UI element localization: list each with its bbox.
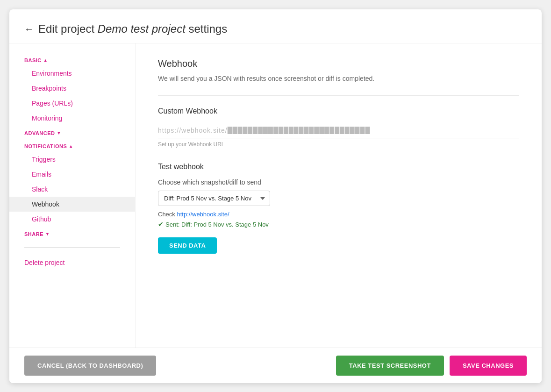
cancel-button[interactable]: CANCEL (BACK TO DASHBOARD) bbox=[24, 356, 156, 376]
sidebar-section-notifications-label: NOTIFICATIONS bbox=[24, 143, 67, 149]
test-webhook-title: Test webhook bbox=[158, 163, 519, 171]
checkmark-icon: ✔ bbox=[158, 221, 164, 228]
footer-right: TAKE TEST SCREENSHOT SAVE CHANGES bbox=[336, 356, 527, 376]
page-title-italic: Demo test project bbox=[98, 22, 186, 35]
sidebar-section-basic[interactable]: BASIC ▲ bbox=[9, 53, 135, 66]
webhook-description: We will send you a JSON with results onc… bbox=[158, 75, 519, 82]
save-changes-button[interactable]: SAVE CHANGES bbox=[450, 356, 527, 376]
page-header: ← Edit project Demo test project setting… bbox=[9, 9, 542, 43]
sidebar-section-share[interactable]: SHARE ▼ bbox=[9, 227, 135, 240]
sidebar-item-emails[interactable]: Emails bbox=[9, 167, 135, 182]
check-prefix-text: Check bbox=[158, 211, 175, 218]
sidebar-section-advanced[interactable]: ADVANCED ▼ bbox=[9, 126, 135, 139]
success-message-text: Sent: Diff: Prod 5 Nov vs. Stage 5 Nov bbox=[165, 221, 269, 228]
sidebar-item-breakpoints[interactable]: Breakpoints bbox=[9, 81, 135, 96]
page-title: Edit project Demo test project settings bbox=[38, 22, 227, 36]
check-link-row: Check http://webhook.site/ bbox=[158, 211, 519, 218]
sidebar-item-environments[interactable]: Environments bbox=[9, 66, 135, 81]
footer-left: CANCEL (BACK TO DASHBOARD) bbox=[24, 356, 156, 376]
content-area: Webhook We will send you a JSON with res… bbox=[136, 43, 542, 348]
send-data-button[interactable]: SEND DATA bbox=[158, 237, 217, 254]
test-webhook-section: Test webhook Choose which snapshot/diff … bbox=[158, 163, 519, 254]
page-title-suffix-text: settings bbox=[188, 22, 227, 35]
caret-icon: ▲ bbox=[43, 58, 48, 63]
snapshot-dropdown[interactable]: Diff: Prod 5 Nov vs. Stage 5 Nov Snapsho… bbox=[158, 191, 270, 206]
webhook-url-helper: Set up your Webhook URL bbox=[158, 141, 519, 148]
sidebar-section-advanced-label: ADVANCED bbox=[24, 130, 55, 136]
take-test-screenshot-button[interactable]: TAKE TEST SCREENSHOT bbox=[336, 356, 444, 376]
choose-snapshot-label: Choose which snapshot/diff to send bbox=[158, 178, 519, 186]
footer-bar: CANCEL (BACK TO DASHBOARD) TAKE TEST SCR… bbox=[9, 348, 542, 383]
back-arrow-icon[interactable]: ← bbox=[24, 24, 34, 35]
notifications-caret-icon: ▲ bbox=[69, 144, 73, 149]
sidebar-item-monitoring[interactable]: Monitoring bbox=[9, 111, 135, 126]
sidebar-section-notifications[interactable]: NOTIFICATIONS ▲ bbox=[9, 139, 135, 152]
section-divider-1 bbox=[158, 95, 519, 96]
webhook-url-input[interactable] bbox=[158, 123, 519, 138]
main-layout: BASIC ▲ Environments Breakpoints Pages (… bbox=[9, 43, 542, 348]
page-title-prefix: Edit project bbox=[38, 22, 94, 35]
sidebar-divider bbox=[24, 247, 120, 248]
sidebar-section-basic-label: BASIC bbox=[24, 57, 42, 63]
sidebar-item-triggers[interactable]: Triggers bbox=[9, 152, 135, 167]
sidebar-section-share-label: SHARE bbox=[24, 231, 43, 237]
webhook-check-link[interactable]: http://webhook.site/ bbox=[177, 211, 229, 218]
advanced-caret-icon: ▼ bbox=[57, 131, 61, 135]
webhook-section-title: Webhook bbox=[158, 58, 519, 69]
app-container: ← Edit project Demo test project setting… bbox=[9, 9, 542, 383]
sidebar-item-webhook[interactable]: Webhook bbox=[9, 197, 135, 212]
sidebar: BASIC ▲ Environments Breakpoints Pages (… bbox=[9, 43, 136, 348]
success-message: ✔ Sent: Diff: Prod 5 Nov vs. Stage 5 Nov bbox=[158, 221, 519, 228]
sidebar-item-slack[interactable]: Slack bbox=[9, 182, 135, 197]
share-caret-icon: ▼ bbox=[45, 232, 50, 236]
sidebar-item-pages-urls[interactable]: Pages (URLs) bbox=[9, 96, 135, 111]
custom-webhook-title: Custom Webhook bbox=[158, 107, 519, 115]
sidebar-item-github[interactable]: Github bbox=[9, 212, 135, 227]
sidebar-item-delete-project[interactable]: Delete project bbox=[9, 255, 135, 270]
